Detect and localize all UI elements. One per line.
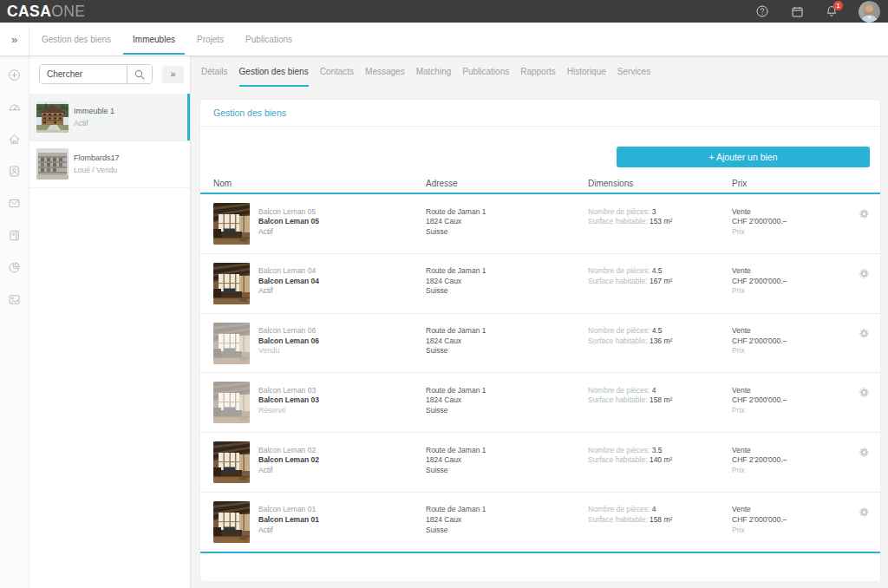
rooms-label: Nombre de pièces:	[588, 505, 650, 513]
property-country: Suisse	[426, 286, 588, 297]
search-input[interactable]	[40, 65, 127, 83]
property-row[interactable]: Balcon Leman 04 Balcon Leman 04 Actif Ro…	[200, 254, 880, 314]
rail-dashboard-icon[interactable]	[0, 91, 29, 123]
property-ref: Balcon Leman 04	[258, 266, 426, 277]
rail-mail-icon[interactable]	[0, 187, 29, 219]
row-settings-gear-icon[interactable]	[859, 326, 869, 373]
sale-type: Vente	[732, 386, 859, 396]
rooms-value: 4	[652, 505, 656, 513]
property-ref: Balcon Leman 03	[258, 386, 426, 396]
property-country: Suisse	[426, 466, 588, 476]
price-note: Prix	[732, 286, 859, 297]
nav-item-publications[interactable]: Publications	[245, 23, 292, 56]
rail-gallery-icon[interactable]	[0, 284, 29, 316]
property-row[interactable]: Balcon Leman 05 Balcon Leman 05 Actif Ro…	[200, 194, 880, 254]
property-city: 1824 Caux	[426, 277, 588, 287]
property-street: Route de Jaman 1	[426, 266, 588, 277]
row-settings-gear-icon[interactable]	[859, 206, 869, 253]
rail-pie-chart-icon[interactable]	[0, 252, 29, 284]
price-note: Prix	[732, 346, 859, 356]
topbar: CASAONE 1	[0, 0, 888, 23]
rail-add-circle-icon[interactable]	[0, 59, 29, 91]
rooms-label: Nombre de pièces:	[588, 326, 650, 335]
surface-value: 136 m²	[650, 336, 672, 345]
price-note: Prix	[732, 227, 859, 238]
surface-value: 153 m²	[650, 217, 672, 225]
property-street: Route de Jaman 1	[426, 207, 588, 218]
property-row[interactable]: Balcon Leman 03 Balcon Leman 03 Réservé …	[200, 373, 880, 433]
nav-collapse-button[interactable]: »	[0, 23, 29, 56]
nav-item-projets[interactable]: Projets	[197, 23, 224, 56]
rail-contacts-icon[interactable]	[0, 155, 29, 187]
help-icon[interactable]	[756, 5, 768, 17]
tab-matching[interactable]: Matching	[416, 56, 452, 87]
rooms-label: Nombre de pièces:	[588, 207, 650, 216]
tab-messages[interactable]: Messages	[365, 56, 405, 87]
price-value: CHF 2'000'000.–	[732, 217, 859, 227]
panel-expand-button[interactable]: »	[162, 66, 184, 83]
property-name: Balcon Leman 03	[258, 395, 426, 406]
rail-journal-icon[interactable]	[0, 219, 29, 252]
building-list-item-immeuble-1[interactable]: Immeuble 1 Actif	[29, 94, 190, 141]
search-icon	[134, 69, 145, 80]
sale-type: Vente	[732, 266, 859, 277]
property-name: Balcon Leman 04	[258, 277, 426, 287]
property-ref: Balcon Leman 06	[258, 326, 426, 336]
rail-home-icon[interactable]	[0, 123, 29, 155]
icon-rail	[0, 56, 29, 588]
property-status: Actif	[258, 227, 426, 238]
property-row[interactable]: Balcon Leman 02 Balcon Leman 02 Actif Ro…	[200, 433, 880, 493]
properties-table-body: Balcon Leman 05 Balcon Leman 05 Actif Ro…	[200, 194, 880, 553]
sale-type: Vente	[732, 207, 859, 218]
buildings-list-panel: » Immeuble 1 Actif	[29, 56, 191, 588]
surface-value: 158 m²	[650, 395, 672, 404]
user-avatar[interactable]	[859, 1, 880, 23]
row-settings-gear-icon[interactable]	[859, 505, 869, 552]
rooms-label: Nombre de pièces:	[588, 386, 650, 395]
property-street: Route de Jaman 1	[426, 386, 588, 396]
notification-badge: 1	[833, 1, 843, 10]
property-city: 1824 Caux	[426, 395, 588, 406]
row-settings-gear-icon[interactable]	[859, 445, 869, 492]
tab-rapports[interactable]: Rapports	[520, 56, 556, 87]
building-title: Immeuble 1	[74, 107, 114, 115]
property-city: 1824 Caux	[426, 515, 588, 526]
row-settings-gear-icon[interactable]	[859, 385, 869, 432]
detail-tabs: DétailsGestion des biensContactsMessages…	[191, 56, 888, 87]
column-header-nom: Nom	[213, 179, 426, 189]
nav-item-gestion-des-biens[interactable]: Gestion des biens	[42, 23, 111, 56]
tab-gestion-des-biens[interactable]: Gestion des biens	[239, 56, 309, 87]
property-status: Réservé	[258, 406, 426, 416]
tab-contacts[interactable]: Contacts	[320, 56, 354, 87]
toolbar-row: + Ajouter un bien	[200, 127, 880, 167]
property-name: Balcon Leman 02	[258, 455, 426, 466]
property-name: Balcon Leman 06	[258, 336, 426, 347]
property-thumbnail	[213, 441, 250, 483]
add-property-button[interactable]: + Ajouter un bien	[617, 147, 870, 167]
property-row[interactable]: Balcon Leman 01 Balcon Leman 01 Actif Ro…	[200, 493, 880, 553]
property-name: Balcon Leman 01	[258, 515, 426, 526]
brand-logo-bold: CASA	[7, 3, 51, 20]
search-button[interactable]	[127, 65, 152, 83]
property-row[interactable]: Balcon Leman 06 Balcon Leman 06 Vendu Ro…	[200, 314, 880, 374]
tab-publications[interactable]: Publications	[462, 56, 509, 87]
tab-d-tails[interactable]: Détails	[201, 56, 228, 87]
row-settings-gear-icon[interactable]	[859, 266, 869, 313]
calendar-icon[interactable]	[791, 5, 803, 17]
price-note: Prix	[732, 466, 859, 476]
property-status: Vendu	[258, 346, 426, 356]
building-thumbnail	[36, 101, 69, 133]
tab-services[interactable]: Services	[617, 56, 650, 87]
property-city: 1824 Caux	[426, 217, 588, 227]
property-status: Actif	[258, 526, 426, 536]
surface-label: Surface habitable:	[588, 395, 648, 404]
property-country: Suisse	[426, 406, 588, 416]
rooms-value: 3.5	[652, 446, 663, 454]
property-street: Route de Jaman 1	[426, 505, 588, 515]
tab-historique[interactable]: Historique	[567, 56, 606, 87]
nav-item-immeubles[interactable]: Immeubles	[133, 23, 175, 56]
notifications-bell-icon[interactable]: 1	[826, 5, 838, 17]
surface-label: Surface habitable:	[588, 336, 648, 345]
building-list-item-flombards17[interactable]: Flombards17 Loué / Vendu	[29, 141, 190, 189]
property-thumbnail	[213, 263, 250, 304]
